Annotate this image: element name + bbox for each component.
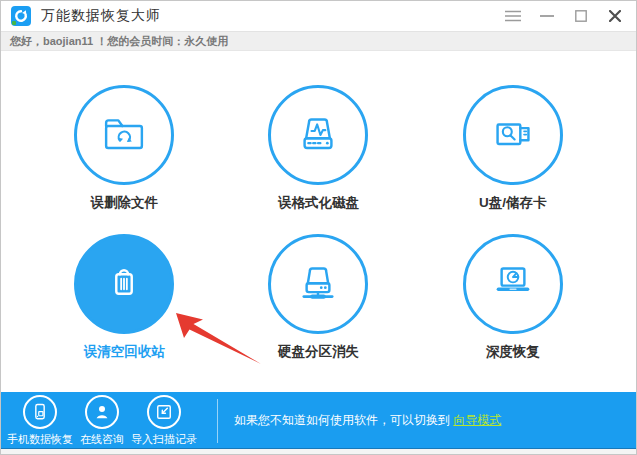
feature-label: 误删除文件 <box>90 194 158 212</box>
feature-deleted-files[interactable]: 误删除文件 <box>27 85 221 212</box>
feature-label: 硬盘分区消失 <box>278 343 359 361</box>
online-support-button[interactable]: 在线咨询 <box>71 395 133 447</box>
usb-search-icon <box>487 109 539 161</box>
import-record-icon <box>147 395 181 429</box>
feature-grid: 误删除文件 误格式化磁盘 <box>1 51 636 392</box>
app-logo-icon <box>11 6 31 26</box>
folder-recycle-icon <box>98 109 150 161</box>
feature-circle <box>268 234 368 334</box>
phone-icon <box>23 395 57 429</box>
logo-status-dot <box>12 21 16 25</box>
feature-label: 误清空回收站 <box>84 343 165 361</box>
window-bottom-edge <box>1 448 636 454</box>
disk-pulse-icon <box>292 109 344 161</box>
window-controls <box>496 1 636 31</box>
title-bar: 万能数据恢复大师 <box>1 1 636 31</box>
window-title: 万能数据恢复大师 <box>41 7 161 25</box>
wizard-mode-link[interactable]: 向导模式 <box>453 413 501 427</box>
bottom-item-label: 导入扫描记录 <box>131 432 197 447</box>
app-window: 万能数据恢复大师 您好，baojian11 ！您的会员时间：永久使用 <box>0 0 637 455</box>
feature-label: U盘/储存卡 <box>479 194 547 212</box>
minimize-icon[interactable] <box>530 1 564 31</box>
feature-circle <box>463 234 563 334</box>
feature-label: 误格式化磁盘 <box>278 194 359 212</box>
hint-text: 如果您不知道如何使用软件，可以切换到 <box>234 413 450 427</box>
membership-status-bar: 您好，baojian11 ！您的会员时间：永久使用 <box>1 31 636 51</box>
feature-circle <box>268 85 368 185</box>
feature-circle-selected <box>74 234 174 334</box>
drive-partition-icon <box>292 258 344 310</box>
feature-label: 深度恢复 <box>486 343 540 361</box>
feature-recycle-bin[interactable]: 误清空回收站 <box>27 234 221 361</box>
greeting-text: 您好，baojian11 ！您的会员时间：永久使用 <box>10 35 228 47</box>
feature-circle <box>74 85 174 185</box>
wizard-mode-hint: 如果您不知道如何使用软件，可以切换到 向导模式 <box>234 412 501 429</box>
feature-circle <box>463 85 563 185</box>
feature-lost-partition[interactable]: 硬盘分区消失 <box>221 234 415 361</box>
toolbar-divider <box>217 399 218 443</box>
trash-icon <box>98 258 150 310</box>
close-icon[interactable] <box>598 1 632 31</box>
person-icon <box>85 395 119 429</box>
bottom-item-label: 手机数据恢复 <box>7 432 73 447</box>
feature-usb-storage[interactable]: U盘/储存卡 <box>416 85 610 212</box>
bottom-toolbar: 手机数据恢复 在线咨询 导入扫描记录 如果您不知 <box>1 392 636 449</box>
feature-formatted-disk[interactable]: 误格式化磁盘 <box>221 85 415 212</box>
import-scan-record-button[interactable]: 导入扫描记录 <box>133 395 195 447</box>
maximize-icon[interactable] <box>564 1 598 31</box>
laptop-recovery-icon <box>487 258 539 310</box>
menu-icon[interactable] <box>496 1 530 31</box>
phone-data-recovery-button[interactable]: 手机数据恢复 <box>9 395 71 447</box>
bottom-item-label: 在线咨询 <box>80 432 124 447</box>
feature-deep-recovery[interactable]: 深度恢复 <box>416 234 610 361</box>
